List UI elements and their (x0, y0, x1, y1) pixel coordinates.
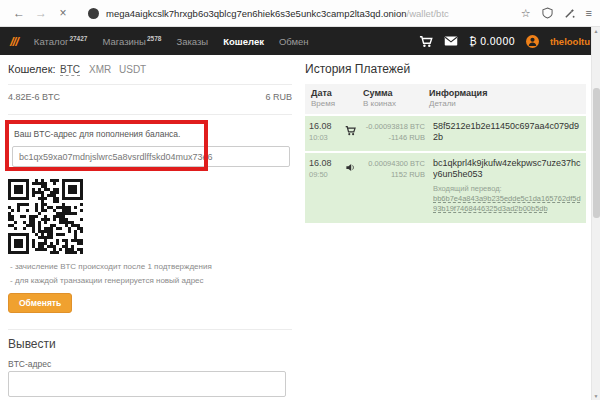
url-path: /wallet/btc (407, 8, 449, 19)
envelope-icon[interactable] (444, 36, 458, 46)
row-info: bc1qkprl4k9jkufw4zekpwsc7uze37hcy6un5he0… (433, 158, 582, 218)
transaction-id: 58f5212e1b2e11450c697aa4c079d92b (433, 121, 582, 144)
page-scrollbar[interactable]: ▲ ▼ (591, 27, 600, 400)
exchange-button[interactable]: Обменять (8, 293, 72, 313)
cart-icon (345, 121, 361, 146)
nav-item-shops[interactable]: Магазины2578 (102, 35, 161, 47)
mega-logo[interactable]: /// (10, 34, 18, 49)
scrollbar-thumb[interactable] (593, 88, 600, 218)
history-table-header: Дата Время Сумма В коинах Информация Дет… (305, 84, 586, 114)
scroll-down-arrow[interactable]: ▼ (592, 392, 600, 400)
bookmark-star-icon[interactable]: ☆ (521, 7, 531, 20)
cart-icon[interactable] (419, 35, 433, 48)
username-link[interactable]: thelooltu (550, 36, 590, 47)
balance-btc: 4.82E-6 BTC (8, 92, 60, 102)
catalog-count-badge: 27427 (69, 35, 87, 42)
transfer-hash-link[interactable]: bb6b7e4a843a9b235edde5c1da165762df5d93b1… (433, 194, 582, 216)
qr-code (8, 179, 83, 254)
column-header-info: Информация Детали (429, 88, 586, 114)
wallet-section-label: Кошелек: (8, 63, 56, 75)
balance-rub: 6 RUB (255, 92, 292, 102)
menu-icon[interactable]: ≡ (586, 7, 592, 19)
history-title: История Платежей (305, 62, 410, 76)
url-domain: mega4aigkcslk7hrxgb6o3qblcg7en6hiek6s3e5… (106, 8, 407, 19)
nav-item-exchange[interactable]: Обмен (279, 36, 309, 47)
withdraw-title: Вывести (8, 337, 56, 351)
nav-item-catalog[interactable]: Каталог27427 (34, 35, 88, 47)
deposit-note-2: - для каждой транзакции генерируется нов… (10, 276, 204, 285)
withdraw-address-label: BTC-адрес (8, 359, 51, 369)
main-navbar: /// Каталог27427 Магазины2578 Заказы Кош… (0, 27, 600, 55)
column-header-amount: Сумма В коинах (363, 88, 429, 114)
forward-icon[interactable]: → (30, 6, 52, 20)
deposit-address: bc1qkprl4k9jkufw4zekpwsc7uze37hcy6un5he0… (433, 158, 582, 181)
navbar-right: ₿ 0.0000 thelooltu (419, 35, 590, 48)
row-date: 16.08 09:50 (309, 158, 345, 218)
tab-usdt[interactable]: USDT (119, 64, 146, 75)
deposit-note-1: - зачисление BTC происходит после 1 подт… (10, 262, 212, 271)
btc-symbol: ₿ (469, 36, 476, 47)
divider (8, 114, 292, 115)
row-info: 58f5212e1b2e11450c697aa4c079d92b Pirate_… (433, 121, 582, 146)
tab-btc[interactable]: BTC (60, 64, 80, 76)
back-icon[interactable]: ← (8, 6, 30, 20)
page: ← → × mega4aigkcslk7hrxgb6o3qblcg7en6hie… (0, 0, 600, 400)
browser-toolbar: ← → × mega4aigkcslk7hrxgb6o3qblcg7en6hie… (0, 0, 600, 27)
divider (8, 84, 292, 85)
wallet-balance-indicator[interactable]: ₿ 0.0000 (469, 36, 515, 47)
deposit-address-input[interactable] (12, 146, 290, 167)
shops-count-badge: 2578 (147, 35, 161, 42)
speaker-icon (345, 158, 361, 218)
nav-item-wallet[interactable]: Кошелек (223, 36, 264, 47)
stop-icon[interactable]: × (52, 6, 74, 20)
shield-icon[interactable] (542, 7, 553, 19)
user-avatar[interactable] (526, 35, 539, 48)
person-icon (527, 36, 538, 47)
withdraw-address-input[interactable] (8, 371, 286, 397)
url-bar[interactable]: mega4aigkcslk7hrxgb6o3qblcg7en6hiek6s3e5… (106, 8, 510, 19)
column-header-date: Дата Время (311, 88, 363, 114)
history-row-outgoing: 16.08 10:03 -0.00093818 BTC -1146 RUB 58… (305, 116, 586, 151)
site-info-icon[interactable] (88, 8, 99, 19)
deposit-address-label: Ваш BTC-адрес для пополнения баланса. (14, 129, 180, 139)
extension-wand-icon[interactable] (564, 8, 575, 19)
incoming-transfer-label: Входящий перевод: (433, 184, 582, 193)
row-amount: 0.00094300 BTC 1152 RUB (361, 158, 425, 218)
row-amount: -0.00093818 BTC -1146 RUB (361, 121, 425, 146)
row-date: 16.08 10:03 (309, 121, 345, 146)
history-row-incoming: 16.08 09:50 0.00094300 BTC 1152 RUB bc1q… (305, 153, 586, 223)
nav-item-orders[interactable]: Заказы (176, 36, 208, 47)
tab-xmr[interactable]: XMR (89, 64, 111, 75)
scroll-up-arrow[interactable]: ▲ (592, 27, 600, 35)
divider (8, 329, 292, 330)
